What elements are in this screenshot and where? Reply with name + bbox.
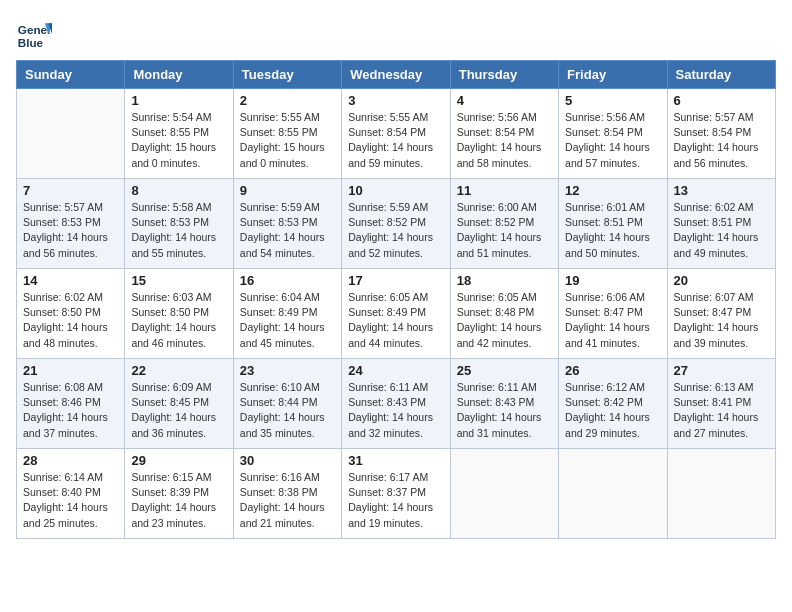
calendar-week-row: 7Sunrise: 5:57 AM Sunset: 8:53 PM Daylig… bbox=[17, 179, 776, 269]
calendar-day-cell: 14Sunrise: 6:02 AM Sunset: 8:50 PM Dayli… bbox=[17, 269, 125, 359]
day-number: 27 bbox=[674, 363, 769, 378]
day-number: 25 bbox=[457, 363, 552, 378]
calendar-day-cell: 8Sunrise: 5:58 AM Sunset: 8:53 PM Daylig… bbox=[125, 179, 233, 269]
calendar-week-row: 1Sunrise: 5:54 AM Sunset: 8:55 PM Daylig… bbox=[17, 89, 776, 179]
calendar-day-cell: 6Sunrise: 5:57 AM Sunset: 8:54 PM Daylig… bbox=[667, 89, 775, 179]
day-info: Sunrise: 6:03 AM Sunset: 8:50 PM Dayligh… bbox=[131, 290, 226, 351]
day-number: 14 bbox=[23, 273, 118, 288]
calendar-day-cell: 18Sunrise: 6:05 AM Sunset: 8:48 PM Dayli… bbox=[450, 269, 558, 359]
calendar-day-cell: 26Sunrise: 6:12 AM Sunset: 8:42 PM Dayli… bbox=[559, 359, 667, 449]
day-info: Sunrise: 6:11 AM Sunset: 8:43 PM Dayligh… bbox=[348, 380, 443, 441]
calendar-day-cell: 20Sunrise: 6:07 AM Sunset: 8:47 PM Dayli… bbox=[667, 269, 775, 359]
day-info: Sunrise: 6:04 AM Sunset: 8:49 PM Dayligh… bbox=[240, 290, 335, 351]
day-of-week-header: Wednesday bbox=[342, 61, 450, 89]
day-number: 3 bbox=[348, 93, 443, 108]
day-number: 8 bbox=[131, 183, 226, 198]
day-info: Sunrise: 6:07 AM Sunset: 8:47 PM Dayligh… bbox=[674, 290, 769, 351]
day-info: Sunrise: 5:54 AM Sunset: 8:55 PM Dayligh… bbox=[131, 110, 226, 171]
day-info: Sunrise: 6:06 AM Sunset: 8:47 PM Dayligh… bbox=[565, 290, 660, 351]
calendar-day-cell: 27Sunrise: 6:13 AM Sunset: 8:41 PM Dayli… bbox=[667, 359, 775, 449]
day-info: Sunrise: 6:00 AM Sunset: 8:52 PM Dayligh… bbox=[457, 200, 552, 261]
day-of-week-header: Sunday bbox=[17, 61, 125, 89]
day-of-week-header: Monday bbox=[125, 61, 233, 89]
day-info: Sunrise: 6:16 AM Sunset: 8:38 PM Dayligh… bbox=[240, 470, 335, 531]
calendar-day-cell: 19Sunrise: 6:06 AM Sunset: 8:47 PM Dayli… bbox=[559, 269, 667, 359]
calendar-day-cell: 21Sunrise: 6:08 AM Sunset: 8:46 PM Dayli… bbox=[17, 359, 125, 449]
day-info: Sunrise: 6:17 AM Sunset: 8:37 PM Dayligh… bbox=[348, 470, 443, 531]
calendar-day-cell: 23Sunrise: 6:10 AM Sunset: 8:44 PM Dayli… bbox=[233, 359, 341, 449]
calendar-day-cell: 25Sunrise: 6:11 AM Sunset: 8:43 PM Dayli… bbox=[450, 359, 558, 449]
day-number: 4 bbox=[457, 93, 552, 108]
day-number: 18 bbox=[457, 273, 552, 288]
calendar-day-cell: 5Sunrise: 5:56 AM Sunset: 8:54 PM Daylig… bbox=[559, 89, 667, 179]
day-number: 28 bbox=[23, 453, 118, 468]
calendar-day-cell: 2Sunrise: 5:55 AM Sunset: 8:55 PM Daylig… bbox=[233, 89, 341, 179]
day-number: 1 bbox=[131, 93, 226, 108]
day-number: 31 bbox=[348, 453, 443, 468]
day-info: Sunrise: 6:10 AM Sunset: 8:44 PM Dayligh… bbox=[240, 380, 335, 441]
calendar-day-cell bbox=[667, 449, 775, 539]
calendar-week-row: 28Sunrise: 6:14 AM Sunset: 8:40 PM Dayli… bbox=[17, 449, 776, 539]
day-number: 29 bbox=[131, 453, 226, 468]
calendar-day-cell: 22Sunrise: 6:09 AM Sunset: 8:45 PM Dayli… bbox=[125, 359, 233, 449]
day-number: 9 bbox=[240, 183, 335, 198]
day-number: 26 bbox=[565, 363, 660, 378]
day-of-week-header: Saturday bbox=[667, 61, 775, 89]
day-info: Sunrise: 6:09 AM Sunset: 8:45 PM Dayligh… bbox=[131, 380, 226, 441]
day-info: Sunrise: 5:59 AM Sunset: 8:52 PM Dayligh… bbox=[348, 200, 443, 261]
calendar-day-cell: 17Sunrise: 6:05 AM Sunset: 8:49 PM Dayli… bbox=[342, 269, 450, 359]
day-info: Sunrise: 6:14 AM Sunset: 8:40 PM Dayligh… bbox=[23, 470, 118, 531]
day-number: 10 bbox=[348, 183, 443, 198]
calendar-day-cell bbox=[559, 449, 667, 539]
calendar-day-cell: 11Sunrise: 6:00 AM Sunset: 8:52 PM Dayli… bbox=[450, 179, 558, 269]
day-number: 6 bbox=[674, 93, 769, 108]
day-info: Sunrise: 5:55 AM Sunset: 8:55 PM Dayligh… bbox=[240, 110, 335, 171]
logo: General Blue bbox=[16, 16, 56, 52]
calendar-day-cell: 16Sunrise: 6:04 AM Sunset: 8:49 PM Dayli… bbox=[233, 269, 341, 359]
day-number: 12 bbox=[565, 183, 660, 198]
day-info: Sunrise: 6:05 AM Sunset: 8:48 PM Dayligh… bbox=[457, 290, 552, 351]
calendar-day-cell: 1Sunrise: 5:54 AM Sunset: 8:55 PM Daylig… bbox=[125, 89, 233, 179]
day-number: 16 bbox=[240, 273, 335, 288]
calendar-day-cell: 31Sunrise: 6:17 AM Sunset: 8:37 PM Dayli… bbox=[342, 449, 450, 539]
day-info: Sunrise: 6:13 AM Sunset: 8:41 PM Dayligh… bbox=[674, 380, 769, 441]
day-info: Sunrise: 6:08 AM Sunset: 8:46 PM Dayligh… bbox=[23, 380, 118, 441]
calendar-day-cell: 15Sunrise: 6:03 AM Sunset: 8:50 PM Dayli… bbox=[125, 269, 233, 359]
day-number: 13 bbox=[674, 183, 769, 198]
day-number: 30 bbox=[240, 453, 335, 468]
day-number: 11 bbox=[457, 183, 552, 198]
day-number: 7 bbox=[23, 183, 118, 198]
page-header: General Blue bbox=[16, 16, 776, 52]
calendar-day-cell: 7Sunrise: 5:57 AM Sunset: 8:53 PM Daylig… bbox=[17, 179, 125, 269]
calendar-day-cell: 29Sunrise: 6:15 AM Sunset: 8:39 PM Dayli… bbox=[125, 449, 233, 539]
day-info: Sunrise: 6:15 AM Sunset: 8:39 PM Dayligh… bbox=[131, 470, 226, 531]
calendar-week-row: 14Sunrise: 6:02 AM Sunset: 8:50 PM Dayli… bbox=[17, 269, 776, 359]
calendar-day-cell: 3Sunrise: 5:55 AM Sunset: 8:54 PM Daylig… bbox=[342, 89, 450, 179]
logo-icon: General Blue bbox=[16, 16, 52, 52]
calendar-day-cell: 12Sunrise: 6:01 AM Sunset: 8:51 PM Dayli… bbox=[559, 179, 667, 269]
day-number: 23 bbox=[240, 363, 335, 378]
day-number: 15 bbox=[131, 273, 226, 288]
day-of-week-header: Friday bbox=[559, 61, 667, 89]
day-info: Sunrise: 5:57 AM Sunset: 8:54 PM Dayligh… bbox=[674, 110, 769, 171]
day-info: Sunrise: 5:57 AM Sunset: 8:53 PM Dayligh… bbox=[23, 200, 118, 261]
calendar-day-cell: 9Sunrise: 5:59 AM Sunset: 8:53 PM Daylig… bbox=[233, 179, 341, 269]
day-number: 24 bbox=[348, 363, 443, 378]
calendar-day-cell: 24Sunrise: 6:11 AM Sunset: 8:43 PM Dayli… bbox=[342, 359, 450, 449]
calendar-day-cell: 4Sunrise: 5:56 AM Sunset: 8:54 PM Daylig… bbox=[450, 89, 558, 179]
day-info: Sunrise: 5:55 AM Sunset: 8:54 PM Dayligh… bbox=[348, 110, 443, 171]
day-info: Sunrise: 6:01 AM Sunset: 8:51 PM Dayligh… bbox=[565, 200, 660, 261]
day-number: 22 bbox=[131, 363, 226, 378]
day-number: 5 bbox=[565, 93, 660, 108]
day-number: 17 bbox=[348, 273, 443, 288]
day-info: Sunrise: 5:56 AM Sunset: 8:54 PM Dayligh… bbox=[457, 110, 552, 171]
day-info: Sunrise: 6:11 AM Sunset: 8:43 PM Dayligh… bbox=[457, 380, 552, 441]
calendar-week-row: 21Sunrise: 6:08 AM Sunset: 8:46 PM Dayli… bbox=[17, 359, 776, 449]
day-info: Sunrise: 5:59 AM Sunset: 8:53 PM Dayligh… bbox=[240, 200, 335, 261]
calendar-day-cell: 10Sunrise: 5:59 AM Sunset: 8:52 PM Dayli… bbox=[342, 179, 450, 269]
day-info: Sunrise: 6:02 AM Sunset: 8:50 PM Dayligh… bbox=[23, 290, 118, 351]
svg-text:Blue: Blue bbox=[18, 36, 44, 49]
day-number: 19 bbox=[565, 273, 660, 288]
calendar-table: SundayMondayTuesdayWednesdayThursdayFrid… bbox=[16, 60, 776, 539]
day-number: 2 bbox=[240, 93, 335, 108]
